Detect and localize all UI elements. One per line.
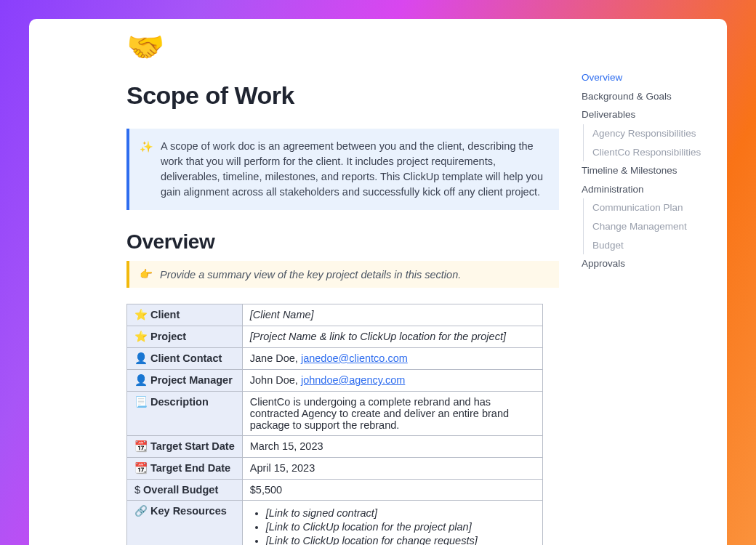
- toc-sub-deliverables: Agency Responsibilities ClientCo Respons…: [583, 124, 712, 161]
- person-icon: 👤: [134, 374, 148, 386]
- overview-hint-callout: 👉 Provide a summary view of the key proj…: [126, 261, 559, 288]
- resource-link-item[interactable]: [Link to ClickUp location for change req…: [266, 535, 535, 545]
- value-client: [Client Name]: [242, 304, 542, 326]
- table-row: 👤Client Contact Jane Doe, janedoe@client…: [127, 348, 543, 370]
- toc-item-clientco-responsibilities[interactable]: ClientCo Responsibilities: [592, 143, 712, 162]
- value-key-resources: [Link to signed contract] [Link to Click…: [242, 501, 542, 545]
- value-target-end: April 15, 2023: [242, 458, 542, 480]
- value-client-contact: Jane Doe, janedoe@clientco.com: [242, 348, 542, 370]
- document-page: 🤝 Scope of Work ✨ A scope of work doc is…: [29, 19, 727, 545]
- page-emoji-icon[interactable]: 🤝: [126, 32, 559, 62]
- label-target-end: Target End Date: [150, 462, 230, 474]
- label-client: Client: [150, 309, 180, 320]
- intro-callout: ✨ A scope of work doc is an agreement be…: [126, 129, 559, 210]
- table-row: ⭐Project [Project Name & link to ClickUp…: [127, 326, 543, 348]
- intro-callout-text: A scope of work doc is an agreement betw…: [161, 139, 546, 200]
- toc-item-approvals[interactable]: Approvals: [582, 254, 712, 273]
- overview-heading: Overview: [126, 230, 559, 254]
- toc-item-background[interactable]: Background & Goals: [582, 87, 712, 106]
- star-icon: ⭐: [134, 331, 148, 342]
- label-description: Description: [150, 396, 209, 408]
- label-overall-budget: Overall Budget: [143, 484, 218, 496]
- value-description: ClientCo is undergoing a complete rebran…: [242, 392, 542, 436]
- project-manager-email-link[interactable]: johndoe@agency.com: [301, 374, 405, 386]
- contact-prefix: Jane Doe,: [250, 352, 301, 364]
- label-target-start: Target Start Date: [150, 440, 235, 452]
- label-key-resources: Key Resources: [150, 505, 227, 517]
- person-icon: 👤: [134, 352, 148, 364]
- calendar-icon: 📆: [134, 462, 148, 474]
- toc-item-agency-responsibilities[interactable]: Agency Responsibilities: [592, 124, 712, 143]
- page-icon: 📃: [134, 396, 148, 408]
- overview-hint-text: Provide a summary view of the key projec…: [160, 269, 461, 280]
- toc-item-communication-plan[interactable]: Communication Plan: [592, 198, 712, 217]
- resource-link-item[interactable]: [Link to ClickUp location for the projec…: [266, 521, 535, 533]
- label-project: Project: [150, 331, 186, 342]
- value-project-manager: John Doe, johndoe@agency.com: [242, 370, 542, 392]
- table-row: ⭐Client [Client Name]: [127, 304, 543, 326]
- client-contact-email-link[interactable]: janedoe@clientco.com: [301, 352, 408, 364]
- toc-item-timeline[interactable]: Timeline & Milestones: [582, 161, 712, 180]
- pointing-hand-icon: 👉: [140, 268, 153, 280]
- value-target-start: March 15, 2023: [242, 436, 542, 458]
- table-row: 📃Description ClientCo is undergoing a co…: [127, 392, 543, 436]
- toc-item-change-management[interactable]: Change Management: [592, 217, 712, 236]
- calendar-icon: 📆: [134, 440, 148, 452]
- document-body: 🤝 Scope of Work ✨ A scope of work doc is…: [126, 32, 559, 545]
- toc-item-budget[interactable]: Budget: [592, 236, 712, 255]
- toc-sub-administration: Communication Plan Change Management Bud…: [583, 198, 712, 254]
- toc-item-overview[interactable]: Overview: [582, 68, 712, 87]
- dollar-icon: $: [134, 484, 140, 496]
- pm-prefix: John Doe,: [250, 374, 301, 386]
- table-row: $Overall Budget $5,500: [127, 480, 543, 501]
- gradient-frame: 🤝 Scope of Work ✨ A scope of work doc is…: [0, 0, 756, 545]
- label-project-manager: Project Manager: [150, 374, 233, 386]
- toc-item-deliverables[interactable]: Deliverables: [582, 105, 712, 124]
- project-details-table: ⭐Client [Client Name] ⭐Project [Project …: [126, 304, 543, 545]
- table-row: 📆Target Start Date March 15, 2023: [127, 436, 543, 458]
- toc-item-administration[interactable]: Administration: [582, 180, 712, 199]
- value-project: [Project Name & link to ClickUp location…: [242, 326, 542, 348]
- page-title: Scope of Work: [126, 81, 559, 110]
- table-of-contents: Overview Background & Goals Deliverables…: [582, 68, 712, 273]
- value-overall-budget: $5,500: [242, 480, 542, 501]
- label-client-contact: Client Contact: [150, 352, 222, 364]
- star-icon: ⭐: [134, 309, 148, 320]
- resource-link-item[interactable]: [Link to signed contract]: [266, 507, 535, 519]
- table-row: 👤Project Manager John Doe, johndoe@agenc…: [127, 370, 543, 392]
- link-icon: 🔗: [134, 505, 148, 517]
- table-row: 🔗Key Resources [Link to signed contract]…: [127, 501, 543, 545]
- table-row: 📆Target End Date April 15, 2023: [127, 458, 543, 480]
- sparkles-icon: ✨: [140, 139, 153, 200]
